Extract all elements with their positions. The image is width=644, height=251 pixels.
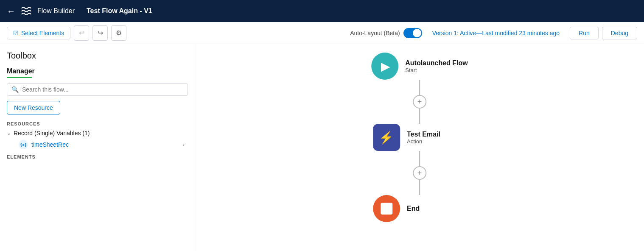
manager-section: Manager (7, 67, 188, 78)
chevron-down-icon: ⌄ (7, 130, 11, 136)
settings-button[interactable]: ⚙ (111, 25, 126, 41)
new-resource-button[interactable]: New Resource (7, 101, 60, 114)
action-node-title: Test Email (407, 131, 466, 138)
flow-diagram: ▶ Autolaunched Flow Start + ⚡ Test E (371, 53, 468, 222)
auto-layout-label: Auto-Layout (Beta) (350, 30, 400, 36)
undo-button[interactable]: ↩ (74, 25, 89, 41)
undo-icon: ↩ (79, 29, 84, 37)
end-node-label: End (407, 205, 466, 212)
version-info: Version 1: Active—Last modified 23 minut… (432, 30, 560, 36)
search-box: 🔍 (7, 83, 188, 96)
header: ← Flow Builder Test Flow Again - V1 (0, 0, 644, 22)
run-button[interactable]: Run (570, 27, 599, 39)
add-button-1[interactable]: + (413, 95, 426, 109)
resource-group-label[interactable]: ⌄ Record (Single) Variables (1) (7, 130, 188, 137)
list-item[interactable]: {x} timeSheetRec › (7, 138, 188, 151)
back-button[interactable]: ← (7, 6, 15, 16)
action-node-subtitle: Action (407, 138, 466, 145)
gear-icon: ⚙ (116, 29, 122, 37)
end-node-row: End (373, 195, 466, 222)
end-node[interactable] (373, 195, 400, 222)
start-node-subtitle: Start (405, 67, 468, 73)
manager-underline (7, 77, 32, 78)
redo-icon: ↪ (98, 29, 103, 37)
main-layout: Toolbox Manager 🔍 New Resource RESOURCES… (0, 44, 644, 251)
toolbar: ☑ Select Elements ↩ ↪ ⚙ Auto-Layout (Bet… (0, 22, 644, 44)
sidebar: Toolbox Manager 🔍 New Resource RESOURCES… (0, 44, 195, 251)
canvas: ▶ Autolaunched Flow Start + ⚡ Test E (195, 44, 644, 251)
search-input[interactable] (22, 86, 183, 93)
start-node-label: Autolaunched Flow Start (405, 59, 468, 73)
redo-button[interactable]: ↪ (92, 25, 108, 41)
resource-group-name: Record (Single) Variables (1) (14, 130, 90, 137)
add-button-2[interactable]: + (413, 166, 426, 180)
play-icon: ▶ (381, 59, 390, 73)
resources-section-header: RESOURCES (7, 121, 188, 126)
auto-layout-section: Auto-Layout (Beta) (350, 28, 422, 38)
action-node[interactable]: ⚡ (373, 124, 400, 151)
app-logo (20, 5, 32, 17)
select-elements-icon: ☑ (13, 30, 19, 36)
debug-button[interactable]: Debug (602, 27, 637, 39)
flow-name: Test Flow Again - V1 (87, 7, 152, 15)
resource-type-icon: {x} (19, 140, 28, 149)
toggle-knob (413, 29, 421, 37)
manager-label: Manager (7, 67, 188, 75)
start-node-title: Autolaunched Flow (405, 59, 468, 67)
app-name: Flow Builder (37, 7, 75, 15)
select-elements-label: Select Elements (21, 30, 64, 36)
elements-section-header: ELEMENTS (7, 154, 188, 159)
connector-3 (419, 151, 420, 166)
lightning-icon: ⚡ (379, 131, 394, 145)
resource-arrow-icon: › (183, 142, 185, 148)
resource-group: ⌄ Record (Single) Variables (1) {x} time… (7, 130, 188, 151)
resource-item-left: {x} timeSheetRec (19, 140, 69, 149)
action-node-row: ⚡ Test Email Action (373, 124, 466, 151)
auto-layout-toggle[interactable] (403, 28, 422, 38)
connector-4 (419, 180, 420, 195)
start-node-row: ▶ Autolaunched Flow Start (371, 53, 468, 80)
search-icon: 🔍 (11, 86, 19, 93)
connector-1 (419, 80, 420, 95)
action-node-label: Test Email Action (407, 131, 466, 145)
select-elements-button[interactable]: ☑ Select Elements (7, 27, 70, 39)
start-node[interactable]: ▶ (371, 53, 398, 80)
resource-name: timeSheetRec (31, 141, 69, 148)
end-node-title: End (407, 205, 466, 212)
stop-icon (381, 203, 392, 215)
toolbox-title: Toolbox (7, 51, 188, 61)
connector-2 (419, 109, 420, 124)
